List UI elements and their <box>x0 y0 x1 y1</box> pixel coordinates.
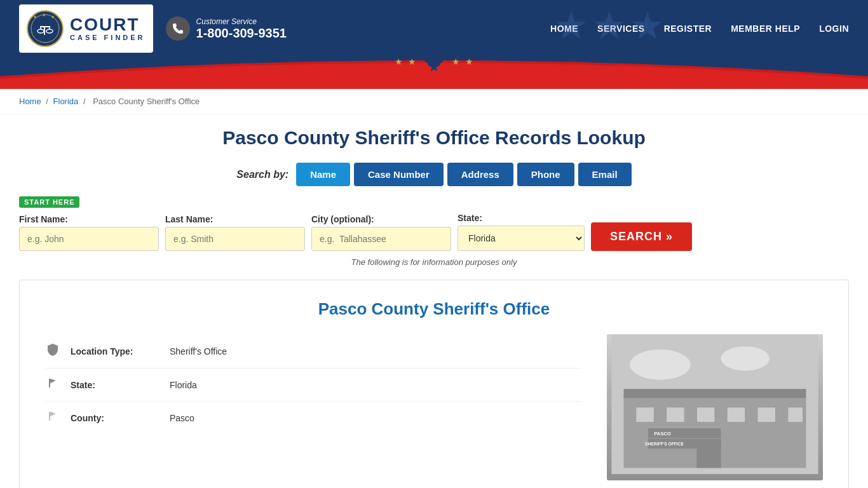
first-name-label: First Name: <box>19 214 159 224</box>
search-form: First Name: Last Name: City (optional): … <box>19 213 849 251</box>
search-button[interactable]: SEARCH » <box>591 222 692 251</box>
breadcrumb-sep-2: / <box>83 97 88 106</box>
location-type-label: Location Type: <box>71 346 159 356</box>
tab-case-number[interactable]: Case Number <box>354 163 444 186</box>
breadcrumb-home[interactable]: Home <box>19 97 41 106</box>
info-card: Pasco County Sheriff's Office Location T… <box>19 280 849 488</box>
page-title: Pasco County Sheriff's Office Records Lo… <box>19 127 849 149</box>
city-group: City (optional): <box>311 214 451 251</box>
site-logo[interactable]: ★ ★ ★ COURT CASE FINDER <box>19 4 153 53</box>
breadcrumb-current: Pasco County Sheriff's Office <box>93 97 200 106</box>
svg-text:SHERIFF'S OFFICE: SHERIFF'S OFFICE <box>645 442 684 446</box>
svg-rect-19 <box>624 389 806 398</box>
search-by-label: Search by: <box>236 169 288 180</box>
state-label: State: <box>458 213 585 223</box>
state-select[interactable]: Florida <box>458 226 585 251</box>
breadcrumb-florida[interactable]: Florida <box>53 97 79 106</box>
location-type-value: Sheriff's Office <box>170 346 227 356</box>
last-name-input[interactable] <box>165 227 305 251</box>
info-card-title: Pasco County Sheriff's Office <box>45 299 823 319</box>
main-content: Pasco County Sheriff's Office Records Lo… <box>0 114 868 488</box>
header-left: ★ ★ ★ COURT CASE FINDER <box>19 4 287 53</box>
nav-member-help[interactable]: MEMBER HELP <box>731 24 800 34</box>
breadcrumb: Home / Florida / Pasco County Sheriff's … <box>0 89 868 114</box>
logo-case-finder-text: CASE FINDER <box>70 34 146 41</box>
svg-text:★: ★ <box>42 13 46 17</box>
first-name-input[interactable] <box>19 227 159 251</box>
last-name-group: Last Name: <box>165 214 305 251</box>
logo-court-text: COURT <box>70 16 146 34</box>
svg-rect-23 <box>727 407 745 423</box>
header-stars-decoration: ★★★ <box>554 3 665 48</box>
svg-rect-21 <box>666 407 684 423</box>
wave-bar: ★★ ★★ <box>0 57 868 89</box>
logo-text: COURT CASE FINDER <box>70 16 146 41</box>
svg-rect-22 <box>696 407 715 423</box>
svg-point-17 <box>721 346 770 370</box>
customer-service: Customer Service 1-800-309-9351 <box>166 17 287 41</box>
nav-register[interactable]: REGISTER <box>664 24 712 34</box>
breadcrumb-sep-1: / <box>46 97 50 106</box>
city-label: City (optional): <box>311 214 451 224</box>
customer-service-label: Customer Service <box>196 17 287 26</box>
svg-text:★: ★ <box>51 15 55 19</box>
svg-rect-25 <box>788 407 803 423</box>
eagle-decoration: ★★ ★★ <box>395 51 473 71</box>
building-placeholder: PASCO SHERIFF'S OFFICE <box>607 334 823 480</box>
tab-phone[interactable]: Phone <box>517 163 574 186</box>
state-group: State: Florida <box>458 213 585 251</box>
info-card-body: Location Type: Sheriff's Office State: F… <box>45 334 823 480</box>
info-text: The following is for information purpose… <box>19 257 849 267</box>
nav-login[interactable]: LOGIN <box>819 24 849 34</box>
svg-rect-13 <box>49 379 50 388</box>
county-value: Pasco <box>170 413 194 423</box>
first-name-group: First Name: <box>19 214 159 251</box>
info-row-location-type: Location Type: Sheriff's Office <box>45 334 581 369</box>
svg-text:★: ★ <box>33 15 37 19</box>
flag-small-icon <box>45 377 60 392</box>
tab-name[interactable]: Name <box>296 163 350 186</box>
last-name-label: Last Name: <box>165 214 305 224</box>
tab-address[interactable]: Address <box>447 163 513 186</box>
phone-icon <box>166 17 190 41</box>
svg-rect-6 <box>40 26 50 27</box>
county-label: County: <box>71 413 159 423</box>
info-row-county: County: Pasco <box>45 402 581 434</box>
search-section: START HERE First Name: Last Name: City (… <box>19 196 849 251</box>
city-input[interactable] <box>311 227 451 251</box>
svg-rect-20 <box>636 407 654 423</box>
shield-icon <box>45 343 60 359</box>
site-header: ★★★ ★ ★ ★ COURT CASE FIND <box>0 0 868 57</box>
building-image: PASCO SHERIFF'S OFFICE <box>607 334 823 480</box>
logo-emblem-icon: ★ ★ ★ <box>27 8 64 49</box>
svg-point-16 <box>630 349 691 380</box>
customer-service-text: Customer Service 1-800-309-9351 <box>196 17 287 41</box>
info-fields: Location Type: Sheriff's Office State: F… <box>45 334 581 480</box>
tab-email[interactable]: Email <box>578 163 632 186</box>
search-by-row: Search by: Name Case Number Address Phon… <box>19 163 849 186</box>
svg-text:PASCO: PASCO <box>654 431 671 437</box>
start-here-badge: START HERE <box>19 196 79 208</box>
state-value: Florida <box>170 380 197 390</box>
eagle-stars: ★★ ★★ <box>395 52 473 71</box>
svg-rect-24 <box>757 407 776 423</box>
svg-point-12 <box>431 58 437 63</box>
customer-service-phone: 1-800-309-9351 <box>196 26 287 41</box>
state-label-field: State: <box>71 380 159 390</box>
svg-rect-14 <box>49 412 50 421</box>
info-row-state: State: Florida <box>45 369 581 402</box>
flag-icon <box>45 410 60 425</box>
